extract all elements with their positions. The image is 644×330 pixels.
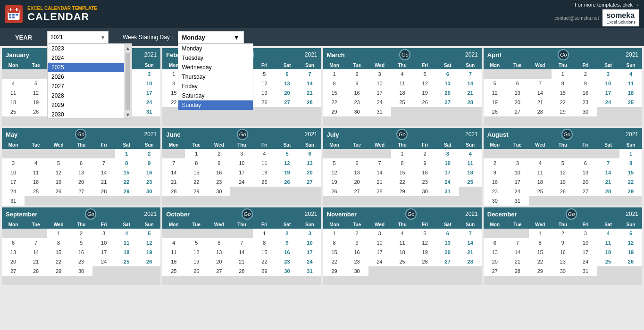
go-button[interactable]: Go <box>405 208 417 220</box>
day-cell[interactable]: 16 <box>346 248 368 257</box>
day-cell[interactable]: 6 <box>574 158 597 168</box>
day-cell[interactable]: 10 <box>436 158 459 168</box>
day-cell[interactable]: 26 <box>185 266 208 276</box>
day-cell[interactable]: 14 <box>368 168 391 177</box>
day-cell[interactable]: 21 <box>368 177 391 187</box>
day-cell[interactable]: 2 <box>346 69 368 79</box>
day-cell[interactable]: 5 <box>253 69 276 79</box>
day-cell[interactable]: 31 <box>436 187 459 196</box>
day-cell[interactable]: 23 <box>552 257 574 266</box>
day-cell[interactable]: 1 <box>529 229 552 238</box>
day-cell[interactable]: 12 <box>414 238 436 248</box>
day-cell[interactable]: 20 <box>208 257 230 266</box>
day-cell[interactable]: 17 <box>506 177 529 187</box>
day-cell[interactable]: 11 <box>115 238 138 248</box>
day-cell[interactable]: 30 <box>574 107 597 116</box>
scroll-down-btn[interactable]: ▼ <box>125 111 131 118</box>
day-cell[interactable]: 14 <box>597 168 619 177</box>
day-cell[interactable]: 28 <box>230 266 253 276</box>
day-cell[interactable]: 24 <box>436 177 459 187</box>
day-cell[interactable]: 28 <box>298 98 321 107</box>
day-cell[interactable]: 3 <box>2 158 25 168</box>
day-cell[interactable]: 24 <box>574 257 597 266</box>
day-cell[interactable]: 28 <box>459 98 482 107</box>
day-cell[interactable]: 6 <box>2 238 25 248</box>
day-cell[interactable]: 10 <box>138 79 160 88</box>
day-cell[interactable]: 31 <box>2 196 25 206</box>
day-cell[interactable]: 2 <box>276 229 298 238</box>
day-cell[interactable]: 21 <box>230 257 253 266</box>
day-cell[interactable]: 28 <box>506 266 529 276</box>
day-cell[interactable]: 13 <box>484 248 506 257</box>
day-cell[interactable]: 13 <box>346 168 368 177</box>
day-cell[interactable]: 19 <box>138 248 160 257</box>
day-cell[interactable]: 1 <box>185 149 208 158</box>
day-cell[interactable]: 1 <box>323 229 346 238</box>
day-cell[interactable]: 25 <box>529 187 552 196</box>
day-cell[interactable]: 20 <box>70 177 92 187</box>
day-cell[interactable]: 23 <box>414 177 436 187</box>
day-cell[interactable]: 11 <box>2 88 25 98</box>
go-button[interactable]: Go <box>396 129 408 140</box>
day-cell[interactable]: 24 <box>368 257 391 266</box>
day-cell[interactable]: 28 <box>459 257 482 266</box>
day-cell[interactable]: 9 <box>138 158 160 168</box>
day-cell[interactable]: 29 <box>529 266 552 276</box>
day-cell[interactable]: 9 <box>70 238 92 248</box>
day-cell[interactable]: 1 <box>619 149 642 158</box>
day-cell[interactable]: 6 <box>276 69 298 79</box>
day-cell[interactable]: 3 <box>368 69 391 79</box>
day-cell[interactable]: 17 <box>2 177 25 187</box>
year-item-2025[interactable]: 2025 <box>48 63 124 72</box>
day-cell[interactable]: 6 <box>436 69 459 79</box>
day-cell[interactable]: 19 <box>619 248 642 257</box>
day-cell[interactable]: 13 <box>276 79 298 88</box>
day-cell[interactable]: 14 <box>162 168 185 177</box>
day-cell[interactable]: 29 <box>619 187 642 196</box>
year-scrollbar[interactable]: ▲ ▼ <box>124 44 132 119</box>
day-item-thursday[interactable]: Thursday <box>178 72 253 82</box>
day-cell[interactable]: 30 <box>208 187 230 196</box>
day-cell[interactable]: 16 <box>414 168 436 177</box>
year-item-2027[interactable]: 2027 <box>48 82 124 91</box>
day-cell[interactable]: 14 <box>459 238 482 248</box>
day-cell[interactable]: 20 <box>346 177 368 187</box>
day-cell[interactable]: 23 <box>138 177 160 187</box>
day-cell[interactable]: 26 <box>276 177 298 187</box>
day-item-monday[interactable]: Monday <box>178 44 253 53</box>
day-cell[interactable]: 21 <box>92 177 115 187</box>
day-cell[interactable]: 25 <box>115 257 138 266</box>
go-button[interactable]: Go <box>242 208 253 220</box>
day-cell[interactable]: 3 <box>368 229 391 238</box>
day-cell[interactable]: 20 <box>436 248 459 257</box>
day-cell[interactable]: 29 <box>115 187 138 196</box>
day-cell[interactable]: 10 <box>368 238 391 248</box>
day-cell[interactable]: 16 <box>552 248 574 257</box>
day-cell[interactable]: 4 <box>459 149 482 158</box>
go-button[interactable]: Go <box>75 129 86 140</box>
day-cell[interactable]: 30 <box>552 266 574 276</box>
day-cell[interactable]: 7 <box>529 79 552 88</box>
day-cell[interactable]: 26 <box>25 107 47 116</box>
day-cell[interactable]: 12 <box>323 168 346 177</box>
day-cell[interactable]: 19 <box>253 88 276 98</box>
day-cell[interactable]: 31 <box>138 107 160 116</box>
day-cell[interactable]: 3 <box>92 229 115 238</box>
day-cell[interactable]: 12 <box>414 79 436 88</box>
day-cell[interactable]: 10 <box>597 79 619 88</box>
day-cell[interactable]: 31 <box>368 107 391 116</box>
day-cell[interactable]: 31 <box>506 196 529 206</box>
day-cell[interactable]: 29 <box>323 266 346 276</box>
day-cell[interactable]: 22 <box>391 177 414 187</box>
day-cell[interactable]: 18 <box>619 88 642 98</box>
day-cell[interactable]: 18 <box>253 168 276 177</box>
day-cell[interactable]: 5 <box>552 158 574 168</box>
day-cell[interactable]: 8 <box>552 79 574 88</box>
day-cell[interactable]: 30 <box>484 196 506 206</box>
day-cell[interactable]: 13 <box>436 238 459 248</box>
day-cell[interactable]: 4 <box>391 69 414 79</box>
day-cell[interactable]: 27 <box>70 187 92 196</box>
day-cell[interactable]: 20 <box>574 177 597 187</box>
day-cell[interactable]: 16 <box>276 248 298 257</box>
day-cell[interactable]: 11 <box>529 168 552 177</box>
